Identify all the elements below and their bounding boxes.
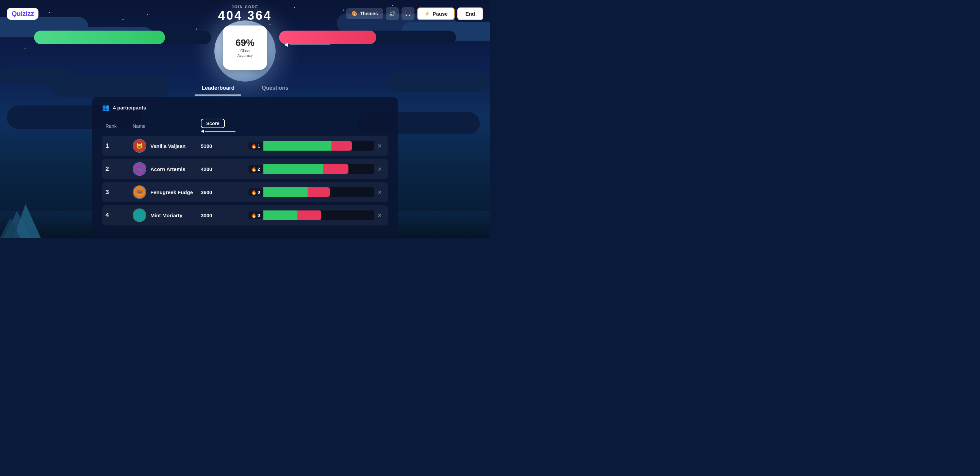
rank-cell: 2 [105, 166, 133, 173]
streak-badge: 🔥 1 [248, 142, 263, 150]
pink-bar [308, 187, 330, 197]
participants-icon: 👥 [102, 104, 110, 111]
green-progress-fill [34, 30, 165, 44]
table-row: 3 🍩 Fenugreek Fudge 3600 🔥 0 ✕ [102, 182, 388, 202]
rank-cell: 4 [105, 212, 133, 219]
rank-cell: 3 [105, 189, 133, 196]
tab-questions[interactable]: Questions [255, 82, 295, 95]
pause-button[interactable]: ⚡ Pause [417, 8, 454, 20]
logo-text: Quizizz [11, 10, 34, 18]
tabs: Leaderboard Questions [92, 82, 398, 95]
green-bar [263, 211, 298, 220]
pink-bar [331, 141, 352, 151]
palette-icon: 🎨 [352, 11, 357, 16]
tab-leaderboard[interactable]: Leaderboard [195, 82, 241, 95]
pause-icon: ⚡ [424, 11, 430, 16]
streak-badge: 🔥 2 [248, 165, 263, 173]
fullscreen-button[interactable]: ⛶ [401, 7, 414, 20]
green-bar [263, 164, 323, 174]
audio-icon: 🔊 [389, 11, 396, 17]
flame-icon: 🔥 [251, 213, 256, 218]
name-cell: 🍩 Fenugreek Fudge [133, 185, 201, 199]
pink-bar [298, 211, 321, 220]
participants-header: 👥 4 participants [102, 104, 388, 111]
logo[interactable]: Quizizz [7, 8, 38, 20]
flame-icon: 🔥 [251, 167, 256, 172]
pink-progress-bar [279, 30, 456, 44]
audio-button[interactable]: 🔊 [386, 7, 399, 20]
leaderboard-section: Leaderboard Questions 👥 4 participants R… [92, 82, 398, 235]
end-button[interactable]: End [457, 8, 483, 20]
green-bar [263, 141, 331, 151]
bar-cell: 🔥 2 [248, 164, 374, 174]
bar-cell: 🔥 0 [248, 187, 374, 197]
join-code-value: 404 364 [218, 9, 272, 22]
close-button[interactable]: ✕ [374, 212, 385, 219]
score-header-box: Score [201, 119, 225, 128]
avatar: 🐱 [133, 139, 146, 153]
participants-count: 4 participants [113, 105, 146, 111]
rank-cell: 1 [105, 143, 133, 149]
svg-text:🌀: 🌀 [136, 212, 143, 219]
arrow-line [290, 44, 331, 45]
streak-badge: 🔥 0 [248, 188, 263, 196]
close-button[interactable]: ✕ [374, 189, 385, 195]
accuracy-percentage: 69% [235, 37, 255, 48]
score-arrow-head [201, 130, 204, 133]
svg-text:🍩: 🍩 [136, 189, 143, 196]
score-header: Score [201, 119, 248, 133]
name-cell: 🐱 Vanilla Valjean [133, 139, 201, 153]
pause-label: Pause [433, 11, 447, 17]
avatar: 🍩 [133, 185, 146, 199]
close-button[interactable]: ✕ [374, 166, 385, 172]
green-bar [263, 187, 308, 197]
header-right: 🎨 Themes 🔊 ⛶ ⚡ Pause End [346, 7, 483, 20]
join-code-area: JOIN CODE 404 364 [218, 5, 272, 22]
score-cell: 5100 [201, 143, 248, 149]
table-row: 4 🌀 Mint Moriarty 3000 🔥 0 ✕ [102, 205, 388, 225]
score-cell: 3000 [201, 213, 248, 218]
flame-icon: 🔥 [251, 190, 256, 195]
table-row: 1 🐱 Vanilla Valjean 5100 🔥 1 ✕ [102, 136, 388, 156]
streak-badge: 🔥 0 [248, 211, 263, 219]
leaderboard-panel: 👥 4 participants Rank Name Score 1 [92, 97, 398, 235]
svg-text:🎮: 🎮 [136, 166, 143, 173]
name-cell: 🌀 Mint Moriarty [133, 208, 201, 222]
cloud [388, 71, 490, 92]
black-bar [352, 141, 374, 151]
fullscreen-icon: ⛶ [405, 11, 411, 17]
svg-text:🐱: 🐱 [136, 143, 143, 149]
flame-icon: 🔥 [251, 143, 256, 149]
table-header: Rank Name Score [102, 117, 388, 136]
close-button[interactable]: ✕ [374, 143, 385, 149]
rocks-decoration [0, 170, 68, 238]
header: Quizizz JOIN CODE 404 364 🎨 Themes 🔊 ⛶ ⚡… [0, 0, 490, 27]
green-progress-bar [34, 30, 211, 44]
themes-label: Themes [360, 11, 378, 16]
end-label: End [466, 11, 475, 17]
black-bar [321, 211, 374, 220]
themes-button[interactable]: 🎨 Themes [346, 8, 383, 19]
table-row: 2 🎮 Acorn Artemis 4200 🔥 2 ✕ [102, 159, 388, 179]
black-bar [348, 164, 374, 174]
name-header: Name [133, 124, 201, 129]
accuracy-circle: 69% ClassAccuracy [223, 25, 267, 70]
accuracy-label: ClassAccuracy [237, 48, 253, 58]
arrow-head [284, 43, 288, 47]
name-cell: 🎮 Acorn Artemis [133, 162, 201, 176]
black-bar [330, 187, 374, 197]
score-arrow-line [205, 131, 235, 132]
pink-progress-fill [279, 30, 376, 44]
bar-cell: 🔥 0 [248, 211, 374, 220]
avatar: 🎮 [133, 162, 146, 176]
bar-cell: 🔥 1 [248, 141, 374, 151]
avatar: 🌀 [133, 208, 146, 222]
score-cell: 3600 [201, 189, 248, 195]
arrow-annotation [284, 43, 331, 47]
pink-bar [323, 164, 348, 174]
rank-header: Rank [105, 124, 133, 129]
score-cell: 4200 [201, 166, 248, 172]
